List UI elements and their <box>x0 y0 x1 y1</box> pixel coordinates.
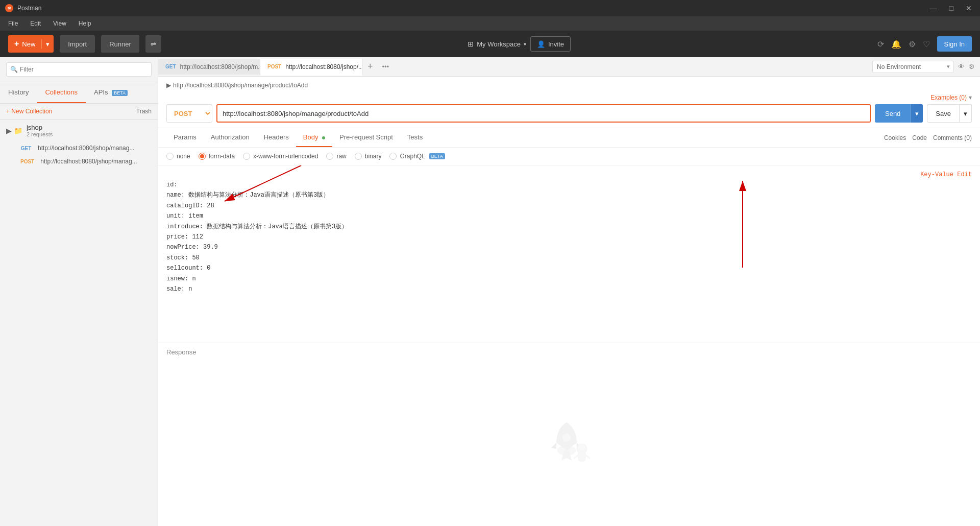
notification-icon[interactable]: 🔔 <box>891 39 901 49</box>
sidebar-actions: + New Collection Trash <box>0 104 158 119</box>
tab-more-button[interactable]: ••• <box>378 63 394 70</box>
cookies-link[interactable]: Cookies <box>884 134 906 141</box>
postman-logo: ✉ <box>5 4 13 12</box>
save-button[interactable]: Save <box>927 104 960 123</box>
sign-in-button[interactable]: Sign In <box>937 36 972 52</box>
tab-apis[interactable]: APIs BETA <box>86 82 136 103</box>
tab-add-button[interactable]: + <box>362 61 378 72</box>
option-none[interactable]: none <box>166 153 190 160</box>
svg-line-9 <box>574 455 578 458</box>
method-badge-post: POST <box>18 158 36 165</box>
new-button-dropdown[interactable]: ▾ <box>42 40 54 48</box>
request-nav: Params Authorization Headers Body Pre-re… <box>158 128 980 148</box>
examples-arrow: ▾ <box>969 94 972 101</box>
save-button-group: Save ▾ <box>927 104 972 123</box>
search-icon: 🔍 <box>10 66 18 73</box>
option-graphql[interactable]: GraphQL BETA <box>389 153 445 160</box>
svg-line-10 <box>585 455 590 458</box>
tab-url-post: http://localhost:8080/jshop/... <box>285 63 362 70</box>
request-bar: POST Send ▾ Save ▾ <box>166 104 972 123</box>
menu-file[interactable]: File <box>6 18 20 29</box>
heart-icon[interactable]: ♡ <box>923 39 930 49</box>
close-button[interactable]: ✕ <box>963 3 975 13</box>
send-dropdown[interactable]: ▾ <box>911 104 923 123</box>
tabs-environment: No Environment ▾ 👁 ⚙ <box>867 61 980 73</box>
collection-jshop[interactable]: ▶ 📁 jshop 2 requests <box>0 119 158 141</box>
menu-help[interactable]: Help <box>77 18 93 29</box>
svg-rect-8 <box>578 452 585 461</box>
comments-link[interactable]: Comments (0) <box>933 134 972 141</box>
send-button[interactable]: Send <box>875 104 911 123</box>
main-layout: 🔍 History Collections APIs BETA + New Co… <box>0 57 980 526</box>
sidebar: 🔍 History Collections APIs BETA + New Co… <box>0 57 158 526</box>
svg-point-7 <box>579 444 585 450</box>
body-options: none form-data x-www-form-urlencoded raw… <box>158 148 980 165</box>
sync-icon[interactable]: ⟳ <box>877 39 884 49</box>
request-item-get[interactable]: GET http://localhost:8080/jshop/manag... <box>0 141 158 155</box>
env-gear-icon[interactable]: ⚙ <box>969 63 975 70</box>
import-button[interactable]: Import <box>60 35 95 53</box>
tab-get-request[interactable]: GET http://localhost:8080/jshop/m... <box>158 59 260 75</box>
search-input[interactable] <box>6 62 152 77</box>
send-button-group: Send ▾ <box>875 104 923 123</box>
option-binary[interactable]: binary <box>355 153 382 160</box>
menu-edit[interactable]: Edit <box>28 18 43 29</box>
env-eye-icon[interactable]: 👁 <box>958 63 965 70</box>
settings-icon[interactable]: ⚙ <box>909 39 916 49</box>
runner-button[interactable]: Runner <box>101 35 139 53</box>
beta-badge: BETA <box>112 90 128 96</box>
new-collection-button[interactable]: + New Collection <box>6 108 52 115</box>
request-item-post[interactable]: POST http://localhost:8080/jshop/manag..… <box>0 155 158 168</box>
radio-graphql <box>389 153 397 160</box>
req-tab-authorization[interactable]: Authorization <box>204 128 257 147</box>
invite-button[interactable]: 👤 Invite <box>530 36 571 52</box>
title-bar: ✉ Postman — □ ✕ <box>0 0 980 16</box>
req-tab-pre-request[interactable]: Pre-request Script <box>332 128 400 147</box>
radio-form-data <box>199 153 206 160</box>
toolbar: + New ▾ Import Runner ⇌ ⊞ My Workspace ▾… <box>0 31 980 57</box>
workspace-button[interactable]: ⊞ My Workspace ▾ <box>468 40 526 48</box>
svg-point-5 <box>562 434 571 442</box>
option-urlencoded[interactable]: x-www-form-urlencoded <box>243 153 318 160</box>
request-url-get: http://localhost:8080/jshop/manag... <box>38 145 134 152</box>
radio-binary <box>355 153 362 160</box>
url-input[interactable] <box>216 104 871 123</box>
body-text[interactable]: Key-Value Edit id: name: 数据结构与算法分析：Java语… <box>158 165 980 343</box>
save-dropdown[interactable]: ▾ <box>960 104 972 123</box>
tab-post-request[interactable]: POST http://localhost:8080/jshop/... × <box>260 59 362 76</box>
examples-link[interactable]: Examples (0) <box>930 94 967 101</box>
radio-raw <box>326 153 333 160</box>
body-content-area: Key-Value Edit id: name: 数据结构与算法分析：Java语… <box>158 165 980 526</box>
req-tab-body[interactable]: Body <box>296 128 332 147</box>
key-value-edit-link[interactable]: Key-Value Edit <box>920 170 972 180</box>
request-nav-left: Params Authorization Headers Body Pre-re… <box>166 128 430 147</box>
tabs-bar: GET http://localhost:8080/jshop/m... POS… <box>158 57 980 77</box>
toolbar-center: ⊞ My Workspace ▾ 👤 Invite <box>167 36 871 52</box>
response-area: Response <box>158 343 980 361</box>
method-select[interactable]: POST <box>166 104 212 123</box>
req-tab-tests[interactable]: Tests <box>400 128 430 147</box>
intercept-button[interactable]: ⇌ <box>145 35 161 53</box>
tab-collections[interactable]: Collections <box>37 82 86 103</box>
tab-history[interactable]: History <box>0 82 37 103</box>
trash-button[interactable]: Trash <box>136 108 152 115</box>
req-tab-params[interactable]: Params <box>166 128 204 147</box>
breadcrumb-arrow: ▶ <box>166 82 171 89</box>
radio-urlencoded <box>243 153 250 160</box>
environment-select[interactable]: No Environment <box>872 61 954 73</box>
option-raw[interactable]: raw <box>326 153 346 160</box>
minimize-button[interactable]: — <box>927 3 940 13</box>
tab-url-get: http://localhost:8080/jshop/m... <box>180 63 260 70</box>
method-badge-get: GET <box>18 145 34 152</box>
response-label: Response <box>166 348 197 356</box>
req-tab-headers[interactable]: Headers <box>257 128 296 147</box>
code-link[interactable]: Code <box>912 134 927 141</box>
menu-bar: File Edit View Help <box>0 16 980 31</box>
request-url-post: http://localhost:8080/jshop/manag... <box>40 158 137 165</box>
new-button-main[interactable]: + New <box>8 39 42 49</box>
option-form-data[interactable]: form-data <box>199 153 235 160</box>
request-area: ▶ http://localhost:8080/jshop/manage/pro… <box>158 77 980 128</box>
radio-none <box>166 153 174 160</box>
maximize-button[interactable]: □ <box>946 3 957 13</box>
menu-view[interactable]: View <box>51 18 68 29</box>
